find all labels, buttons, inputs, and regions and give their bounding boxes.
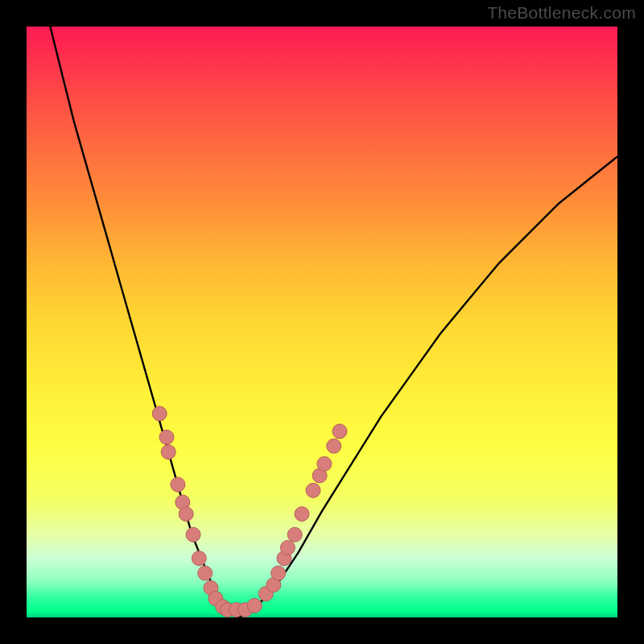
watermark-text: TheBottleneck.com: [487, 3, 636, 23]
chart-frame: TheBottleneck.com: [0, 0, 644, 644]
data-marker: [287, 527, 302, 542]
data-marker: [247, 598, 262, 613]
data-marker: [317, 456, 332, 471]
data-marker: [179, 507, 193, 522]
marker-group: [152, 407, 347, 617]
data-marker: [295, 507, 309, 522]
data-marker: [186, 527, 200, 542]
data-marker: [161, 445, 175, 460]
bottleneck-curve: [50, 27, 617, 617]
data-marker: [198, 566, 213, 580]
data-marker: [159, 430, 174, 444]
data-marker: [171, 477, 185, 492]
data-marker: [306, 483, 320, 497]
data-marker: [192, 551, 206, 566]
plot-area: [27, 27, 617, 617]
curve-layer: [27, 27, 617, 617]
data-marker: [332, 424, 347, 439]
data-marker: [327, 439, 341, 453]
data-marker: [271, 566, 286, 580]
data-marker: [280, 540, 295, 555]
data-marker: [152, 407, 167, 421]
